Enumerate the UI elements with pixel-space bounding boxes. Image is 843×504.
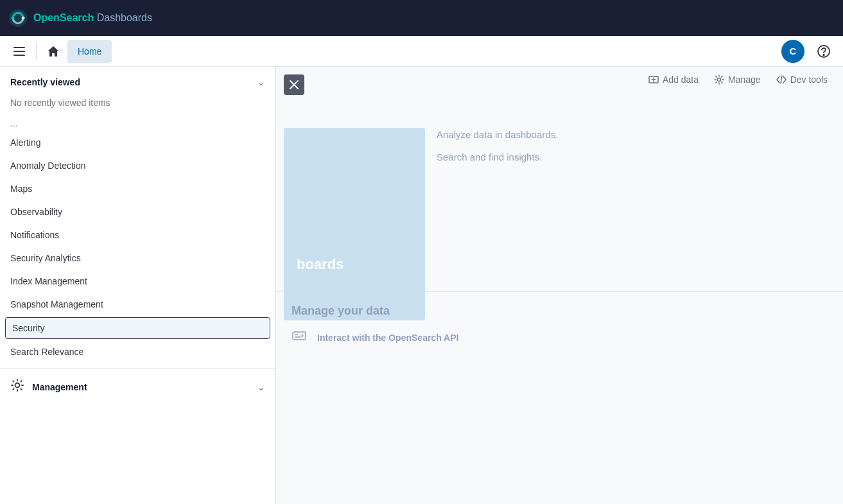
management-section-header[interactable]: Management ⌄ bbox=[0, 369, 275, 404]
sidebar-item-maps[interactable]: Maps bbox=[0, 177, 275, 200]
interact-api-item: Interact with the OpenSearch API bbox=[291, 328, 458, 347]
sidebar-item-notifications[interactable]: Notifications bbox=[0, 223, 275, 247]
svg-rect-3 bbox=[13, 47, 25, 48]
main-content-area: Add data Manage Dev tools boards bbox=[276, 67, 843, 504]
sidebar-item-snapshot-management[interactable]: Snapshot Management bbox=[0, 293, 275, 316]
main-layout: Recently viewed ⌄ No recently viewed ite… bbox=[0, 67, 843, 504]
chevron-up-icon: ⌄ bbox=[257, 77, 265, 87]
home-tab[interactable]: Home bbox=[67, 40, 112, 63]
management-section: Management ⌄ bbox=[0, 369, 275, 404]
logo-text: OpenSearch Dashboards bbox=[33, 12, 152, 24]
add-data-action[interactable]: Add data bbox=[648, 74, 699, 85]
sidebar-item-security[interactable]: Security bbox=[5, 317, 270, 339]
sidebar-item-observability[interactable]: Observability bbox=[0, 200, 275, 223]
manage-action[interactable]: Manage bbox=[714, 74, 761, 85]
manage-section-title: Manage your data bbox=[291, 304, 458, 318]
content-description-section: Analyze data in dashboards. Search and f… bbox=[437, 128, 830, 172]
close-panel-button[interactable] bbox=[284, 74, 304, 95]
sidebar: Recently viewed ⌄ No recently viewed ite… bbox=[0, 67, 276, 504]
svg-rect-11 bbox=[293, 332, 306, 340]
analyze-text: Analyze data in dashboards. bbox=[437, 128, 830, 143]
add-data-label: Add data bbox=[663, 74, 699, 85]
sidebar-item-security-analytics[interactable]: Security Analytics bbox=[0, 247, 275, 270]
logo-area: OpenSearch Dashboards bbox=[8, 8, 152, 28]
manage-label: Manage bbox=[728, 74, 761, 85]
sidebar-item-alerting[interactable]: Alerting bbox=[0, 131, 275, 154]
svg-point-1 bbox=[12, 17, 15, 20]
content-horizontal-divider bbox=[276, 291, 843, 292]
recently-viewed-title: Recently viewed bbox=[10, 77, 80, 87]
sidebar-item-anomaly-detection[interactable]: Anomaly Detection bbox=[0, 154, 275, 177]
interact-text: Interact with the OpenSearch API bbox=[317, 333, 458, 343]
top-navigation-bar: OpenSearch Dashboards bbox=[0, 0, 843, 36]
gear-icon bbox=[10, 378, 24, 395]
help-icon-button[interactable] bbox=[812, 40, 835, 63]
svg-point-2 bbox=[22, 17, 25, 20]
management-chevron-down-icon: ⌄ bbox=[257, 382, 265, 392]
hamburger-menu-button[interactable] bbox=[8, 40, 31, 63]
management-title: Management bbox=[32, 382, 87, 392]
manage-data-section: Manage your data Interact with the OpenS… bbox=[291, 304, 458, 347]
content-body: boards Analyze data in dashboards. Searc… bbox=[276, 92, 843, 491]
svg-point-8 bbox=[15, 383, 20, 388]
home-icon-button[interactable] bbox=[42, 40, 65, 63]
svg-point-7 bbox=[823, 54, 824, 55]
secondary-navigation: Home C bbox=[0, 36, 843, 67]
dev-tools-action[interactable]: Dev tools bbox=[776, 74, 828, 85]
opensearch-logo-icon bbox=[8, 8, 28, 28]
recently-viewed-section-header[interactable]: Recently viewed ⌄ bbox=[0, 67, 275, 95]
nav-item-partial[interactable]: ... bbox=[0, 116, 275, 131]
svg-rect-5 bbox=[13, 55, 25, 56]
sidebar-item-index-management[interactable]: Index Management bbox=[0, 270, 275, 293]
svg-rect-4 bbox=[13, 51, 25, 52]
search-text: Search and find insights. bbox=[437, 150, 830, 165]
nav-divider bbox=[36, 42, 37, 60]
sidebar-item-search-relevance[interactable]: Search Relevance bbox=[0, 340, 275, 363]
content-topbar: Add data Manage Dev tools bbox=[276, 67, 843, 92]
management-left: Management bbox=[10, 378, 87, 395]
user-avatar-button[interactable]: C bbox=[781, 40, 804, 63]
nav-right-actions: C bbox=[781, 40, 835, 63]
card-subtitle: boards bbox=[297, 256, 438, 273]
api-icon bbox=[291, 328, 307, 347]
recently-viewed-empty: No recently viewed items bbox=[0, 95, 275, 116]
dev-tools-label: Dev tools bbox=[790, 74, 828, 85]
svg-point-10 bbox=[718, 78, 721, 82]
